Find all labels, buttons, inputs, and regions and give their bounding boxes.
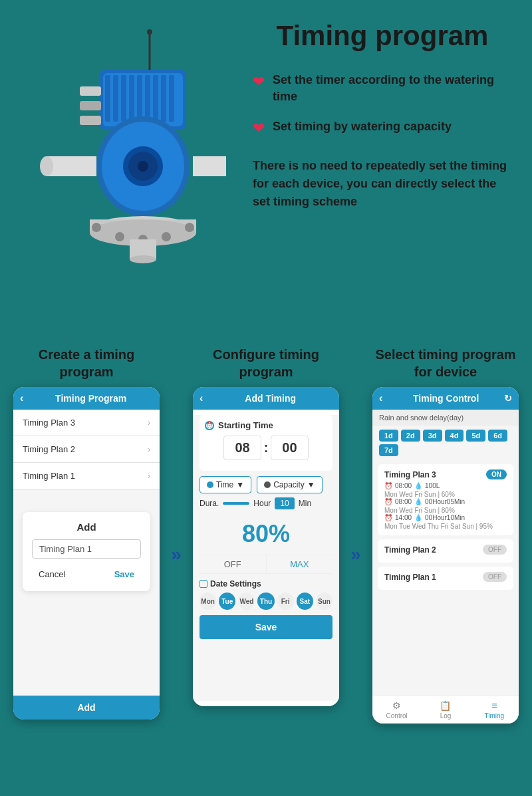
capacity-dropdown[interactable]: Capacity ▼ — [257, 476, 323, 493]
day-tue[interactable]: Tue — [219, 593, 235, 610]
dialog-title: Add — [32, 521, 141, 533]
starting-time-label: ⏰ Starting Time — [205, 420, 327, 430]
add-footer-button[interactable]: Add — [13, 696, 160, 720]
day-chip-6d[interactable]: 6d — [488, 430, 507, 442]
list-item[interactable]: Timing Plan 1 › — [13, 463, 160, 489]
phone-3-header: ‹ Timing Control ↻ — [372, 387, 519, 410]
list-item[interactable]: Timing Plan 3 › — [13, 410, 160, 436]
day-chip-7d[interactable]: 7d — [379, 444, 398, 456]
svg-rect-12 — [169, 75, 174, 122]
day-chip-5d[interactable]: 5d — [466, 430, 485, 442]
refresh-icon[interactable]: ↻ — [504, 393, 512, 404]
save-button[interactable]: Save — [108, 567, 141, 582]
hour-display: 08 — [223, 436, 261, 460]
svg-point-24 — [92, 223, 101, 232]
day-chip-1d[interactable]: 1d — [379, 430, 398, 442]
duration-bar — [223, 502, 249, 505]
plan-3-name: Timing Plan 3 — [384, 470, 436, 479]
schedule-row-1: ⏰ 08:00 💧 100L — [384, 482, 507, 489]
arrow-1: » — [166, 504, 186, 565]
plan-1-item: Timing Plan 1 OFF — [378, 567, 513, 590]
svg-rect-4 — [105, 75, 110, 122]
day-sat[interactable]: Sat — [297, 593, 313, 610]
duration-value: 10 — [275, 497, 294, 509]
chevron-right-icon: › — [148, 471, 150, 481]
back-arrow-3[interactable]: ‹ — [379, 392, 382, 404]
chevron-down-icon: ▼ — [307, 480, 315, 489]
svg-rect-15 — [80, 116, 101, 125]
svg-point-20 — [138, 161, 148, 172]
bullet-text-2: Set timing by watering capacity — [273, 118, 452, 135]
phone-2: ‹ Add Timing ⏰ Starting Time 08 : 00 — [193, 387, 339, 706]
day-sun[interactable]: Sun — [316, 593, 332, 610]
svg-rect-14 — [80, 101, 101, 110]
date-section: Date Settings Mon Tue Wed Thu Fri Sat Su… — [200, 579, 332, 610]
schedule-time-3: 14:00 — [395, 514, 412, 521]
day-chip-4d[interactable]: 4d — [445, 430, 464, 442]
bullet-text-1: Set the timer according to the watering … — [273, 72, 512, 105]
min-label: Min — [299, 499, 311, 508]
plan-1-toggle[interactable]: OFF — [483, 572, 507, 582]
svg-rect-5 — [113, 75, 118, 122]
phone-2-body: ⏰ Starting Time 08 : 00 Time — [193, 415, 339, 701]
plan-2-item: Timing Plan 2 OFF — [378, 539, 513, 563]
schedule-row-3: ⏰ 14:00 💧 00Hour10Min — [384, 514, 507, 521]
day-thu[interactable]: Thu — [257, 593, 274, 610]
capacity-icon-s3: 💧 — [414, 514, 422, 521]
phone-3-header-title: Timing Control — [388, 393, 504, 404]
capacity-dot-icon — [264, 481, 271, 488]
back-arrow-1[interactable]: ‹ — [20, 392, 23, 404]
svg-rect-6 — [121, 75, 126, 122]
day-wed[interactable]: Wed — [238, 593, 255, 610]
list-item[interactable]: Timing Plan 2 › — [13, 436, 160, 463]
svg-rect-8 — [137, 75, 142, 122]
forward-arrow-icon: » — [171, 544, 182, 565]
type-dropdowns: Time ▼ Capacity ▼ — [200, 476, 332, 493]
back-arrow-2[interactable]: ‹ — [200, 392, 203, 404]
nav-log[interactable]: 📋 Log — [421, 700, 469, 720]
schedule-days-1: Mon Wed Fri Sun | 60% — [384, 491, 507, 498]
bullet-item-2: ❤ Set timing by watering capacity — [253, 118, 512, 137]
plan-2-toggle[interactable]: OFF — [483, 545, 507, 555]
schedule-cap-3: 00Hour10Min — [425, 514, 465, 521]
svg-point-25 — [115, 232, 124, 241]
phone-3: ‹ Timing Control ↻ Rain and snow delay(d… — [372, 387, 519, 724]
svg-rect-11 — [161, 75, 166, 122]
svg-rect-13 — [80, 86, 101, 96]
nav-control[interactable]: ⚙ Control — [372, 700, 421, 720]
dialog-input[interactable]: Timing Plan 1 — [32, 539, 141, 559]
day-chip-2d[interactable]: 2d — [401, 430, 420, 442]
step-3: Select timing program for device ‹ Timin… — [372, 346, 519, 724]
time-colon: : — [264, 440, 269, 456]
schedule-row-2: ⏰ 08:00 💧 00Hour05Min — [384, 498, 507, 505]
day-chip-3d[interactable]: 3d — [423, 430, 442, 442]
time-dropdown[interactable]: Time ▼ — [200, 476, 251, 493]
chevron-right-icon: › — [148, 445, 150, 454]
nav-timing[interactable]: ≡ Timing — [470, 700, 519, 720]
days-row: Mon Tue Wed Thu Fri Sat Sun — [200, 593, 332, 610]
right-info: Timing program ❤ Set the timer according… — [239, 13, 512, 211]
svg-point-28 — [185, 223, 194, 232]
chevron-down-icon: ▼ — [236, 480, 244, 489]
plan-name: Timing Plan 2 — [23, 444, 75, 454]
plan-3-header: Timing Plan 3 ON — [384, 469, 507, 479]
off-button[interactable]: OFF — [200, 555, 267, 573]
percent-display: 80% — [193, 513, 339, 555]
day-fri[interactable]: Fri — [277, 593, 294, 610]
max-button[interactable]: MAX — [267, 555, 333, 573]
plan-2-header: Timing Plan 2 OFF — [384, 545, 507, 555]
day-mon[interactable]: Mon — [200, 593, 216, 610]
plan-1-name: Timing Plan 1 — [384, 573, 436, 582]
svg-point-30 — [130, 255, 156, 263]
plan-3-toggle[interactable]: ON — [486, 469, 507, 479]
time-display: 08 : 00 — [205, 436, 327, 460]
cancel-button[interactable]: Cancel — [32, 567, 72, 582]
duration-row: Dura. Hour 10 Min — [200, 497, 332, 509]
steps-row: Create a timing program ‹ Timing Program… — [13, 346, 519, 724]
phone-1-header: ‹ Timing Program — [13, 387, 160, 410]
save-button[interactable]: Save — [200, 615, 332, 639]
phone-2-header: ‹ Add Timing — [193, 387, 339, 410]
svg-point-1 — [147, 29, 152, 35]
starting-time-section: ⏰ Starting Time 08 : 00 — [200, 415, 332, 471]
bottom-section: Create a timing program ‹ Timing Program… — [0, 346, 532, 737]
